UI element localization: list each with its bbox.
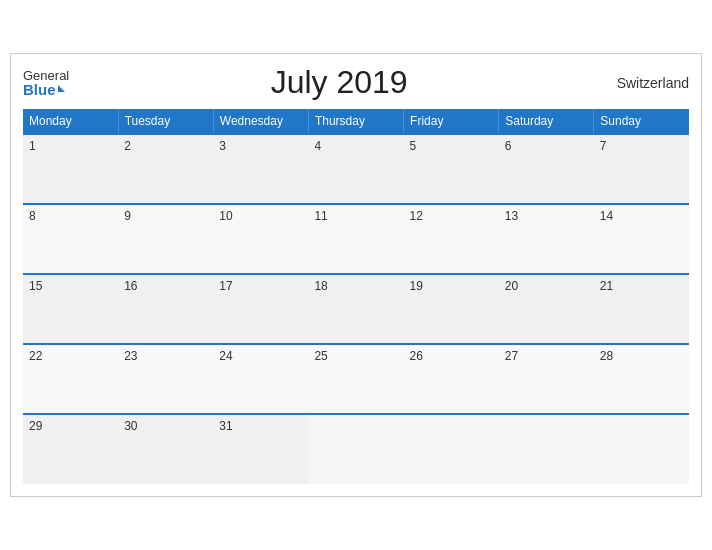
day-number: 31 — [219, 419, 232, 433]
calendar-cell: 1 — [23, 134, 118, 204]
calendar-cell: 8 — [23, 204, 118, 274]
day-number: 21 — [600, 279, 613, 293]
header-friday: Friday — [404, 109, 499, 134]
calendar-cell — [499, 414, 594, 484]
logo-general-text: General — [23, 69, 69, 82]
day-number: 7 — [600, 139, 607, 153]
header-saturday: Saturday — [499, 109, 594, 134]
calendar-cell: 18 — [308, 274, 403, 344]
calendar-cell: 9 — [118, 204, 213, 274]
calendar-cell: 13 — [499, 204, 594, 274]
country-name: Switzerland — [609, 75, 689, 91]
day-number: 29 — [29, 419, 42, 433]
day-number: 20 — [505, 279, 518, 293]
week-row-1: 1234567 — [23, 134, 689, 204]
day-number: 25 — [314, 349, 327, 363]
calendar-cell: 7 — [594, 134, 689, 204]
calendar-cell — [404, 414, 499, 484]
day-number: 18 — [314, 279, 327, 293]
calendar-cell: 14 — [594, 204, 689, 274]
day-number: 19 — [410, 279, 423, 293]
calendar-cell: 28 — [594, 344, 689, 414]
calendar-body: 1234567891011121314151617181920212223242… — [23, 134, 689, 484]
calendar-cell: 17 — [213, 274, 308, 344]
logo-blue-text: Blue — [23, 82, 65, 97]
day-number: 17 — [219, 279, 232, 293]
day-number: 12 — [410, 209, 423, 223]
calendar-cell: 12 — [404, 204, 499, 274]
day-number: 30 — [124, 419, 137, 433]
day-number: 8 — [29, 209, 36, 223]
calendar-cell: 22 — [23, 344, 118, 414]
calendar-cell: 24 — [213, 344, 308, 414]
day-number: 24 — [219, 349, 232, 363]
calendar-cell: 19 — [404, 274, 499, 344]
logo: General Blue — [23, 69, 69, 97]
calendar-cell — [594, 414, 689, 484]
calendar-cell: 5 — [404, 134, 499, 204]
calendar-cell: 30 — [118, 414, 213, 484]
day-number: 9 — [124, 209, 131, 223]
day-number: 28 — [600, 349, 613, 363]
calendar-cell: 16 — [118, 274, 213, 344]
header-monday: Monday — [23, 109, 118, 134]
header-sunday: Sunday — [594, 109, 689, 134]
day-number: 22 — [29, 349, 42, 363]
calendar-cell: 27 — [499, 344, 594, 414]
header-wednesday: Wednesday — [213, 109, 308, 134]
day-number: 2 — [124, 139, 131, 153]
calendar-cell: 25 — [308, 344, 403, 414]
week-row-5: 293031 — [23, 414, 689, 484]
day-number: 14 — [600, 209, 613, 223]
day-number: 13 — [505, 209, 518, 223]
week-row-2: 891011121314 — [23, 204, 689, 274]
calendar-cell: 6 — [499, 134, 594, 204]
calendar-container: General Blue July 2019 Switzerland Monda… — [10, 53, 702, 497]
day-number: 6 — [505, 139, 512, 153]
day-number: 15 — [29, 279, 42, 293]
calendar-cell: 4 — [308, 134, 403, 204]
day-number: 26 — [410, 349, 423, 363]
day-number: 10 — [219, 209, 232, 223]
day-number: 4 — [314, 139, 321, 153]
header-thursday: Thursday — [308, 109, 403, 134]
day-number: 16 — [124, 279, 137, 293]
calendar-cell: 15 — [23, 274, 118, 344]
calendar-cell: 23 — [118, 344, 213, 414]
calendar-cell: 21 — [594, 274, 689, 344]
calendar-cell: 29 — [23, 414, 118, 484]
calendar-grid: Monday Tuesday Wednesday Thursday Friday… — [23, 109, 689, 484]
calendar-cell: 26 — [404, 344, 499, 414]
calendar-cell: 3 — [213, 134, 308, 204]
header-tuesday: Tuesday — [118, 109, 213, 134]
logo-triangle-icon — [58, 85, 65, 92]
weekday-header-row: Monday Tuesday Wednesday Thursday Friday… — [23, 109, 689, 134]
calendar-cell: 31 — [213, 414, 308, 484]
day-number: 11 — [314, 209, 327, 223]
calendar-cell: 20 — [499, 274, 594, 344]
day-number: 5 — [410, 139, 417, 153]
week-row-3: 15161718192021 — [23, 274, 689, 344]
calendar-cell: 2 — [118, 134, 213, 204]
day-number: 1 — [29, 139, 36, 153]
day-number: 27 — [505, 349, 518, 363]
calendar-header: General Blue July 2019 Switzerland — [23, 64, 689, 101]
calendar-cell: 10 — [213, 204, 308, 274]
calendar-cell — [308, 414, 403, 484]
calendar-cell: 11 — [308, 204, 403, 274]
day-number: 3 — [219, 139, 226, 153]
day-number: 23 — [124, 349, 137, 363]
calendar-title: July 2019 — [69, 64, 609, 101]
week-row-4: 22232425262728 — [23, 344, 689, 414]
